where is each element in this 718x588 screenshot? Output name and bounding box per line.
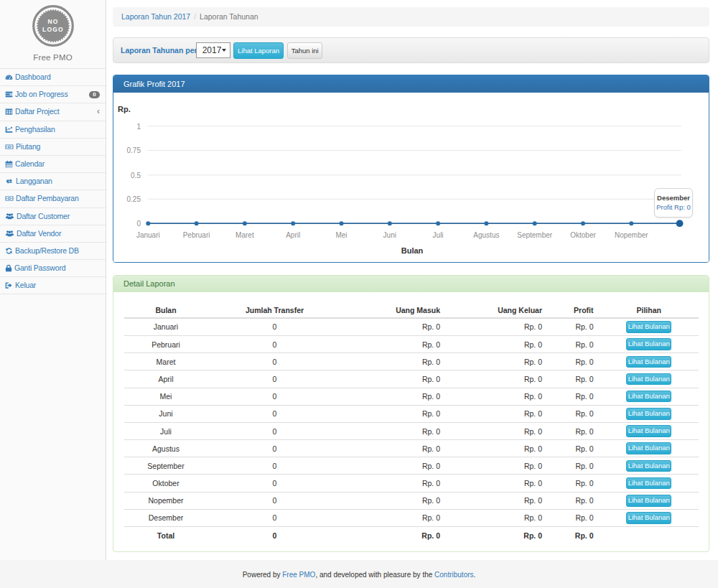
svg-text:Agustus: Agustus bbox=[473, 231, 499, 239]
svg-text:Mei: Mei bbox=[335, 231, 347, 239]
svg-text:0.75: 0.75 bbox=[127, 146, 141, 154]
svg-text:September: September bbox=[517, 231, 553, 239]
svg-text:1: 1 bbox=[136, 123, 141, 131]
svg-text:Maret: Maret bbox=[236, 231, 254, 239]
svg-text:0: 0 bbox=[136, 220, 141, 228]
svg-text:April: April bbox=[286, 231, 300, 239]
svg-text:Nopember: Nopember bbox=[615, 231, 648, 239]
svg-text:LOGO: LOGO bbox=[42, 26, 64, 33]
svg-text:Rp.: Rp. bbox=[118, 105, 131, 113]
svg-text:NO: NO bbox=[47, 18, 58, 25]
svg-text:Juni: Juni bbox=[383, 231, 396, 239]
svg-text:Januari: Januari bbox=[136, 231, 160, 239]
svg-text:Juli: Juli bbox=[433, 231, 444, 239]
svg-text:0.25: 0.25 bbox=[127, 195, 141, 203]
svg-text:0.5: 0.5 bbox=[131, 172, 141, 179]
svg-text:Bulan: Bulan bbox=[401, 246, 424, 255]
svg-text:Oktober: Oktober bbox=[570, 231, 596, 239]
svg-text:Pebruari: Pebruari bbox=[183, 231, 210, 239]
